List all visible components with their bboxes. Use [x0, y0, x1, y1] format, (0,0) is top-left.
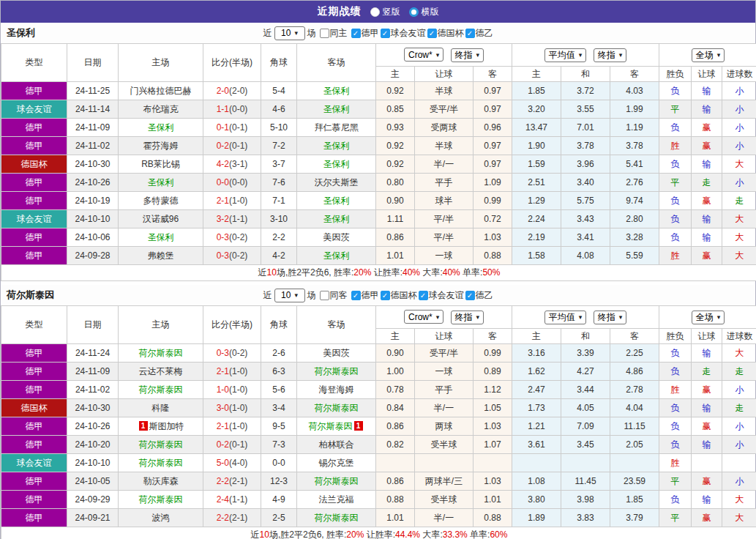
league-checkbox[interactable]: ✓	[465, 291, 475, 300]
league-filter[interactable]: ✓球会友谊	[381, 27, 426, 40]
chevron-down-icon: ▾	[579, 51, 583, 59]
avg-home: 2.47	[512, 381, 561, 399]
odds-final-select[interactable]: 终指▾	[451, 311, 484, 324]
away-team-name: 美因茨	[323, 232, 350, 242]
halftime-score: (1-1)	[229, 214, 247, 224]
summary-segment: 20%	[353, 267, 371, 278]
avg-select[interactable]: 平均值▾	[544, 48, 587, 62]
odds-home: 0.90	[376, 192, 415, 210]
score: 0-3(0-2)	[203, 247, 261, 265]
same-venue-checkbox[interactable]	[320, 291, 329, 300]
league-label: 球会友谊	[429, 289, 464, 302]
same-venue-filter[interactable]: 同主	[320, 27, 348, 40]
odds-source-select[interactable]: Crow*▾	[404, 310, 444, 324]
avg-home: 1.90	[512, 137, 561, 155]
horizontal-layout-option[interactable]: 横版	[409, 6, 439, 18]
summary-segment: 40%	[403, 267, 420, 278]
odds-source-select[interactable]: Crow*▾	[404, 48, 444, 62]
horizontal-radio[interactable]	[409, 7, 419, 17]
league-checkbox[interactable]: ✓	[351, 29, 361, 38]
away-team: 海登海姆	[297, 381, 376, 399]
league-label: 德乙	[476, 289, 493, 302]
same-venue-checkbox[interactable]	[320, 29, 329, 38]
vertical-radio[interactable]	[370, 7, 380, 17]
home-team-name: 多特蒙德	[143, 196, 179, 206]
summary-segment: 40%	[443, 267, 460, 278]
result-goals: 大	[722, 491, 756, 509]
result-wdl: 负	[659, 192, 692, 210]
odds-handicap: 球半	[415, 192, 474, 210]
league-filter[interactable]: ✓德甲	[351, 289, 379, 302]
avg-select[interactable]: 平均值▾	[544, 311, 587, 324]
match-count-select[interactable]: 10▾	[274, 289, 305, 302]
avg-away: 2.25	[610, 344, 659, 363]
odds-away: 1.12	[474, 381, 512, 399]
odds-final-select[interactable]: 终指▾	[451, 48, 484, 62]
league-filter[interactable]: ✓德乙	[465, 27, 493, 40]
home-team-name: 汉诺威96	[143, 214, 179, 224]
fulltime-select[interactable]: 全场▾	[692, 48, 725, 62]
avg-home: 1.62	[512, 363, 561, 381]
home-team: 圣保利	[119, 174, 203, 192]
avg-draw: 3.39	[561, 344, 610, 363]
corner-score: 2-6	[261, 344, 297, 363]
avg-draw: 7.01	[561, 119, 610, 137]
league-filter[interactable]: ✓德甲	[351, 27, 379, 40]
summary-row: 近10场,胜2平2负6, 胜率:20% 让胜率:40% 大率:40% 单率:50…	[1, 265, 756, 281]
fulltime-score: 0-2	[217, 439, 229, 450]
away-team-name: 圣保利	[323, 141, 350, 151]
match-date: 24-10-19	[67, 192, 119, 210]
col-avg-draw: 和	[561, 67, 610, 82]
avg-home: 1.73	[512, 399, 561, 417]
odds-away: 1.07	[474, 436, 512, 454]
halftime-score: (2-1)	[229, 513, 247, 523]
avg-away: 3.28	[610, 228, 659, 247]
type-badge: 德甲	[1, 137, 67, 155]
avg-home: 2.51	[512, 174, 561, 192]
home-team: 1斯图加特	[119, 417, 203, 436]
result-goals: 大	[722, 155, 756, 174]
match-row: 德甲24-11-24荷尔斯泰因0-3(0-2)2-6美因茨0.90受平/半0.9…	[1, 344, 756, 363]
league-filter[interactable]: ✓德乙	[465, 289, 493, 302]
home-team: 荷尔斯泰因	[119, 454, 203, 472]
away-team: 锡尔克堡	[297, 454, 376, 472]
league-checkbox[interactable]: ✓	[381, 29, 390, 38]
league-filter[interactable]: ✓德国杯	[427, 27, 464, 40]
away-team-name: 拜仁慕尼黑	[315, 122, 359, 133]
fulltime-select[interactable]: 全场▾	[692, 311, 725, 324]
col-odds-handicap: 让球	[415, 67, 474, 82]
score: 2-2(2-1)	[203, 509, 261, 527]
league-filter[interactable]: ✓德国杯	[381, 289, 417, 302]
league-checkbox[interactable]: ✓	[381, 291, 390, 300]
type-badge: 德甲	[1, 491, 67, 509]
odds-away: 0.89	[474, 363, 512, 381]
result-wdl: 负	[659, 363, 692, 381]
league-filter[interactable]: ✓球会友谊	[419, 289, 464, 302]
home-team-name: 圣保利	[148, 122, 174, 133]
team-panel: 圣保利 近 10▾ 场 同主 ✓德甲✓球会友谊✓德国杯✓德乙	[1, 23, 755, 281]
avg-away: 4.03	[610, 82, 659, 100]
odds-home: 1.01	[376, 509, 415, 527]
col-score: 比分(半场)	[203, 306, 261, 344]
avg-final-select[interactable]: 终指▾	[594, 311, 627, 324]
summary-segment: 近	[251, 529, 260, 539]
league-checkbox[interactable]: ✓	[351, 291, 361, 300]
title-bar: 近期战绩 竖版 横版	[1, 1, 755, 23]
type-badge: 德甲	[1, 174, 67, 192]
league-checkbox[interactable]: ✓	[465, 29, 475, 38]
league-checkbox[interactable]: ✓	[419, 291, 428, 300]
avg-home: 3.80	[512, 491, 561, 509]
league-label: 德乙	[476, 27, 493, 40]
avg-final-select[interactable]: 终指▾	[594, 48, 627, 62]
result-handicap: 赢	[692, 417, 722, 436]
same-venue-filter[interactable]: 同客	[320, 289, 348, 302]
vertical-layout-option[interactable]: 竖版	[370, 6, 400, 18]
home-team: 霍芬海姆	[119, 137, 203, 155]
type-badge: 球会友谊	[1, 454, 67, 472]
odds-away: 0.97	[474, 100, 512, 119]
avg-away: 3.79	[610, 509, 659, 527]
type-badge: 德国杯	[1, 155, 67, 174]
league-checkbox[interactable]: ✓	[427, 29, 437, 38]
match-count-select[interactable]: 10▾	[274, 26, 305, 40]
odds-home: 0.93	[376, 119, 415, 137]
